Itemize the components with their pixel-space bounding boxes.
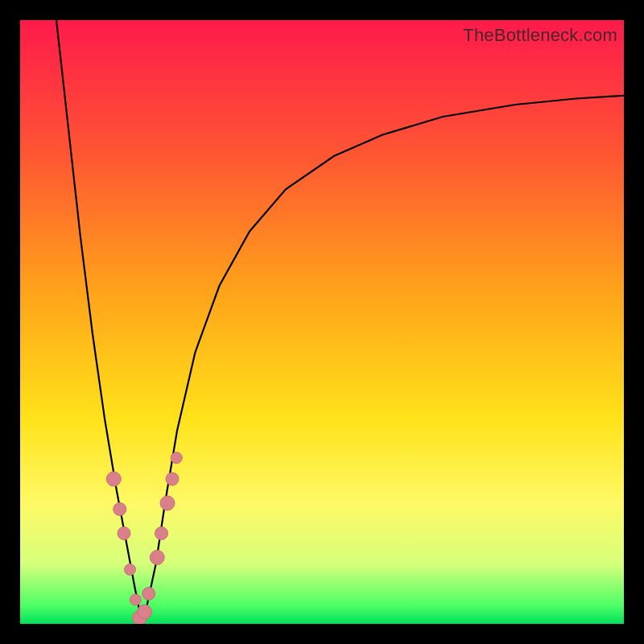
data-marker (130, 594, 141, 605)
data-marker (106, 472, 121, 486)
data-marker (160, 496, 175, 510)
bottleneck-curve (56, 20, 624, 618)
plot-area: TheBottleneck.com (20, 20, 624, 624)
data-marker (142, 588, 155, 601)
marker-cluster (106, 452, 182, 624)
data-marker (118, 527, 130, 540)
curve-layer (20, 20, 624, 624)
watermark-text: TheBottleneck.com (463, 25, 617, 46)
data-marker (150, 551, 164, 565)
data-marker (114, 503, 126, 516)
chart-frame: TheBottleneck.com (0, 0, 644, 644)
data-marker (155, 527, 168, 540)
data-marker (138, 605, 152, 619)
data-marker (166, 473, 179, 485)
data-marker (171, 452, 182, 464)
data-marker (125, 564, 136, 576)
